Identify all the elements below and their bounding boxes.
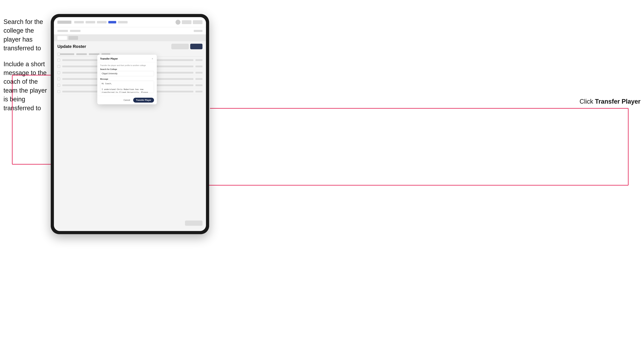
cancel-button[interactable]: Cancel [122, 98, 132, 102]
page-action-buttons [171, 44, 202, 49]
row-checkbox[interactable] [58, 59, 60, 61]
search-college-input[interactable] [100, 71, 154, 76]
cell-year [196, 72, 202, 74]
modal-header: Transfer Player × [97, 55, 157, 62]
col-year [89, 53, 100, 55]
annotation-left: Search for the college the player has tr… [4, 17, 49, 120]
row-checkbox[interactable] [58, 78, 60, 80]
cell-year [196, 65, 202, 67]
row-checkbox[interactable] [58, 90, 60, 93]
nav-right [176, 20, 202, 25]
tab-bar [54, 35, 206, 41]
bottom-action-button[interactable] [185, 220, 202, 226]
nav-item-team[interactable] [86, 21, 95, 23]
sub-nav [54, 27, 206, 35]
search-college-label: Search for College [100, 68, 154, 70]
nav-item-community[interactable] [74, 21, 84, 23]
add-player-button[interactable] [171, 44, 189, 49]
modal-footer: Cancel Transfer Player [97, 96, 157, 104]
page-title: Update Roster [58, 44, 86, 49]
modal-close-button[interactable]: × [151, 57, 154, 60]
modal-title: Transfer Player [100, 57, 118, 60]
modal-body: Transfer the player and their profile to… [97, 62, 157, 96]
sub-nav-item-1[interactable] [58, 30, 68, 32]
annotation-text-1: Search for the college the player has tr… [4, 17, 49, 53]
nav-secondary-btn[interactable] [193, 20, 202, 24]
col-position [76, 53, 87, 55]
row-checkbox[interactable] [58, 65, 60, 68]
nav-logo [58, 21, 72, 24]
nav-items [74, 21, 173, 23]
annotation-right: Click Transfer Player [580, 98, 640, 105]
nav-avatar [176, 20, 180, 25]
cell-year [196, 78, 202, 80]
row-checkbox[interactable] [58, 84, 60, 87]
nav-item-analytics[interactable] [97, 21, 106, 23]
annotation-right-prefix: Click [580, 98, 595, 105]
sub-nav-item-2[interactable] [70, 30, 80, 32]
cell-year [196, 91, 202, 92]
sub-nav-right [194, 30, 202, 32]
nav-action-btn[interactable] [182, 20, 192, 24]
transfer-player-modal: Transfer Player × Transfer the player an… [97, 55, 157, 104]
ipad-screen: Update Roster [54, 17, 206, 231]
message-textarea[interactable]: Hi Coach, I understand Chris Robertson h… [100, 81, 154, 93]
nav-item-roster[interactable] [108, 21, 116, 23]
cell-year [196, 84, 202, 86]
message-label: Message [100, 78, 154, 80]
tab-2[interactable] [68, 36, 78, 40]
nav-bar [54, 17, 206, 27]
modal-subtitle: Transfer the player and their profile to… [100, 64, 154, 66]
header-checkbox[interactable] [58, 53, 60, 56]
transfer-button[interactable] [190, 44, 202, 49]
row-checkbox[interactable] [58, 71, 60, 74]
transfer-player-button[interactable]: Transfer Player [133, 98, 154, 103]
annotation-text-2: Include a short message to the coach of … [4, 60, 49, 113]
page-title-area: Update Roster [58, 44, 202, 49]
nav-item-more[interactable] [118, 21, 128, 23]
col-name [60, 53, 74, 55]
tab-1[interactable] [58, 36, 67, 40]
ipad-frame: Update Roster [51, 14, 209, 234]
cell-year [196, 59, 202, 61]
annotation-right-bold: Transfer Player [595, 98, 640, 105]
